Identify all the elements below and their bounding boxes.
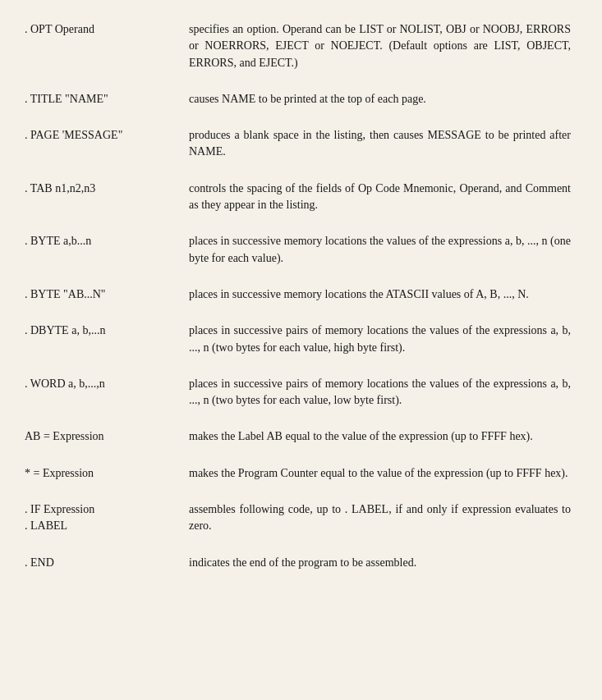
- table-row: . PAGE 'MESSAGE"produces a blank space i…: [25, 122, 577, 166]
- spacer-row: [25, 308, 577, 318]
- table-row: . ENDindicates the end of the program to…: [25, 550, 577, 576]
- directive-cell: . BYTE "AB...N": [25, 281, 189, 308]
- directive-cell: . DBYTE a, b,...n: [25, 318, 189, 361]
- description-cell: produces a blank space in the listing, t…: [189, 122, 577, 166]
- description-cell: makes the Program Counter equal to the v…: [189, 460, 577, 487]
- spacer-row: [25, 451, 577, 460]
- table-row: . TAB n1,n2,n3controls the spacing of th…: [25, 176, 577, 219]
- description-cell: places in successive pairs of memory loc…: [189, 371, 577, 414]
- spacer-row: [25, 487, 577, 496]
- directive-cell: . WORD a, b,...,n: [25, 371, 189, 414]
- directive-table: . OPT Operandspecifies an option. Operan…: [25, 16, 577, 576]
- description-cell: places in successive pairs of memory loc…: [189, 318, 577, 361]
- directive-cell: . END: [25, 550, 189, 576]
- description-cell: indicates the end of the program to be a…: [189, 550, 577, 576]
- table-row: * = Expressionmakes the Program Counter …: [25, 460, 577, 487]
- spacer-row: [25, 272, 577, 281]
- table-row: AB = Expressionmakes the Label AB equal …: [25, 423, 577, 450]
- directive-cell: * = Expression: [25, 460, 189, 487]
- directive-cell: . OPT Operand: [25, 16, 189, 76]
- spacer-row: [25, 166, 577, 176]
- spacer-row: [25, 112, 577, 122]
- directive-cell: AB = Expression: [25, 423, 189, 450]
- table-row: . DBYTE a, b,...nplaces in successive pa…: [25, 318, 577, 361]
- directive-cell: . BYTE a,b...n: [25, 228, 189, 272]
- description-cell: makes the Label AB equal to the value of…: [189, 423, 577, 450]
- description-cell: specifies an option. Operand can be LIST…: [189, 16, 577, 76]
- description-cell: places in successive memory locations th…: [189, 228, 577, 272]
- spacer-row: [25, 218, 577, 228]
- description-cell: causes NAME to be printed at the top of …: [189, 86, 577, 112]
- table-row: . IF Expression. LABELassembles followin…: [25, 496, 577, 540]
- directive-cell: . TITLE "NAME": [25, 86, 189, 112]
- spacer-row: [25, 76, 577, 86]
- table-row: . OPT Operandspecifies an option. Operan…: [25, 16, 577, 76]
- directive-cell: . TAB n1,n2,n3: [25, 176, 189, 219]
- table-row: . BYTE "AB...N"places in successive memo…: [25, 281, 577, 308]
- table-row: . TITLE "NAME"causes NAME to be printed …: [25, 86, 577, 112]
- spacer-row: [25, 361, 577, 371]
- table-row: . WORD a, b,...,nplaces in successive pa…: [25, 371, 577, 414]
- spacer-row: [25, 414, 577, 423]
- directive-cell: . PAGE 'MESSAGE": [25, 122, 189, 166]
- description-cell: places in successive memory locations th…: [189, 281, 577, 308]
- table-row: . BYTE a,b...nplaces in successive memor…: [25, 228, 577, 272]
- directive-cell: . IF Expression. LABEL: [25, 496, 189, 540]
- spacer-row: [25, 540, 577, 550]
- description-cell: assembles following code, up to . LABEL,…: [189, 496, 577, 540]
- description-cell: controls the spacing of the fields of Op…: [189, 176, 577, 219]
